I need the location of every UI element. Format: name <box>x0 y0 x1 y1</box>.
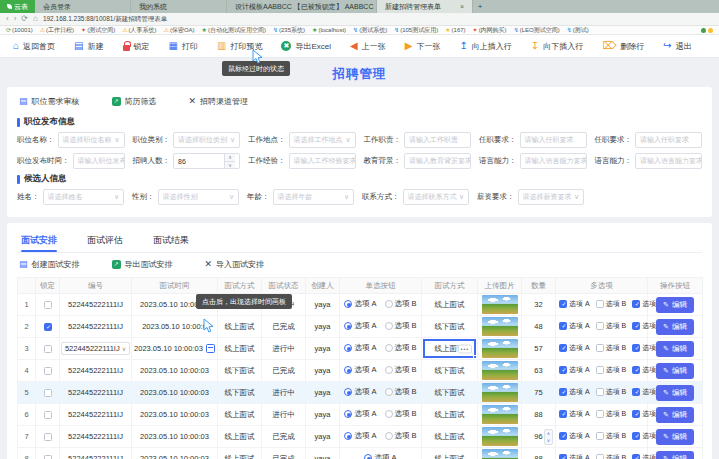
toolbar-next-record-button[interactable]: ▶下一张 <box>405 41 441 52</box>
chevron-down-icon[interactable]: ∨ <box>345 136 350 144</box>
radio-option-b[interactable]: 选项 B <box>385 409 417 419</box>
mode2-cell[interactable]: 线上面试 <box>422 294 478 316</box>
toolbar-prev-record-button[interactable]: ◀上一张 <box>350 41 386 52</box>
number-stepper[interactable]: ∧∨ <box>224 154 235 168</box>
checkbox-icon[interactable] <box>596 344 604 352</box>
chevron-down-icon[interactable]: ∨ <box>122 345 126 352</box>
edit-button[interactable]: ✎编辑 <box>656 385 694 401</box>
date-input[interactable]: 请输入职位发布时间▦ <box>73 153 125 169</box>
select-input[interactable]: 请输入教育背景要求∨ <box>404 153 471 169</box>
select-input[interactable]: 请选择薪资要求∨ <box>518 189 585 205</box>
channel-manage-button[interactable]: ✕招聘渠道管理 <box>189 96 249 107</box>
mode2-cell[interactable]: 线上面试 <box>422 448 478 459</box>
edit-button[interactable]: ✎编辑 <box>656 297 694 313</box>
mode2-cell[interactable]: 线上面试 <box>422 426 478 448</box>
uploaded-image[interactable] <box>482 405 518 424</box>
radio-option-a[interactable]: 选项 A <box>344 431 376 441</box>
export-interview-button[interactable]: ↗导出面试安排 <box>112 259 173 270</box>
checkbox-icon[interactable] <box>559 388 567 396</box>
select-input[interactable]: 请选择工作地点∨ <box>289 132 356 148</box>
new-tab-button[interactable]: + <box>473 0 487 13</box>
more-options-button[interactable]: ••• <box>458 344 472 353</box>
checkbox-option[interactable]: 选项 A <box>559 431 590 441</box>
lock-checkbox[interactable] <box>44 323 52 331</box>
toolbar-delete-row-button[interactable]: ⌦删除行 <box>602 41 644 52</box>
checkbox-icon[interactable] <box>596 388 604 396</box>
select-input[interactable]: 请选择年龄∨ <box>273 189 355 205</box>
checkbox-icon[interactable] <box>559 454 567 459</box>
time-cell[interactable]: 2023.05.10 10:00:03 <box>132 404 218 426</box>
step-down-icon[interactable]: ∨ <box>545 437 552 444</box>
input-input[interactable]: 请输入任职要求 <box>635 132 702 148</box>
select-input[interactable]: 请选择姓名∨ <box>43 189 125 205</box>
select-input[interactable]: 请选择职位名称∨ <box>58 132 125 148</box>
qty-cell[interactable]: 32 <box>522 294 556 316</box>
checkbox-icon[interactable] <box>632 410 640 418</box>
checkbox-icon[interactable] <box>559 432 567 440</box>
input-input[interactable]: 请输入工作职责 <box>404 132 471 148</box>
browser-tab-3[interactable]: 新建招聘管理表单× <box>377 0 473 13</box>
step-up-icon[interactable]: ∧ <box>545 430 552 437</box>
checkbox-option[interactable]: 选项 A <box>559 343 590 353</box>
bookmark-item[interactable]: ★(自动化测试应用空间) <box>202 26 266 35</box>
input-input[interactable]: 请输入语言能力要求 <box>635 153 702 169</box>
mode2-cell[interactable]: 线上面试••• <box>422 338 478 360</box>
forward-icon[interactable]: › <box>14 15 17 23</box>
tab-面试结果[interactable]: 面试结果 <box>151 230 191 252</box>
lock-checkbox[interactable] <box>44 455 52 459</box>
checkbox-option[interactable]: 选项 B <box>596 453 627 459</box>
tab-面试安排[interactable]: 面试安排 <box>19 230 59 252</box>
radio-option-a[interactable]: 选项 A <box>344 343 376 353</box>
bookmark-item[interactable]: ✦(内网购买) <box>473 26 507 35</box>
bookmark-item[interactable]: ↯(105测试应用) <box>394 26 438 35</box>
checkbox-icon[interactable] <box>559 322 567 330</box>
checkbox-option[interactable]: 选项 A <box>559 365 590 375</box>
radio-option-b[interactable]: 选项 B <box>385 343 417 353</box>
qty-cell[interactable]: 96∧∨ <box>522 426 556 448</box>
browser-tab-2[interactable]: 设计模板AABBCC 【已被预锁定】 AABBCC <box>227 0 377 13</box>
radio-option-b[interactable]: 选项 B <box>385 365 417 375</box>
select-input[interactable]: 请选择性别∨ <box>158 189 240 205</box>
radio-option-a[interactable]: 选项 A <box>364 453 396 459</box>
toolbar-new-button[interactable]: ▤新建 <box>74 41 103 52</box>
radio-option-b[interactable]: 选项 B <box>385 321 417 331</box>
import-interview-button[interactable]: ✕导入面试安排 <box>205 259 265 270</box>
back-icon[interactable]: ‹ <box>6 15 9 23</box>
checkbox-icon[interactable] <box>559 366 567 374</box>
step-up-icon[interactable]: ∧ <box>225 154 235 162</box>
bookmark-item[interactable]: ★(167) <box>445 27 465 33</box>
toolbar-exit-button[interactable]: ↪退出 <box>663 41 691 52</box>
lock-checkbox[interactable] <box>44 367 52 375</box>
tab-close-icon[interactable]: × <box>460 3 464 10</box>
time-cell[interactable]: 2023.05.10 10:00:03 <box>132 360 218 382</box>
chevron-down-icon[interactable]: ∨ <box>344 193 349 201</box>
uploaded-image[interactable] <box>482 449 518 459</box>
bookmark-item[interactable]: ↯(LEO测试空间) <box>514 26 560 35</box>
lock-checkbox[interactable] <box>44 301 52 309</box>
checkbox-icon[interactable] <box>559 410 567 418</box>
edit-button[interactable]: ✎编辑 <box>656 429 694 445</box>
mode2-cell[interactable]: 线下面试 <box>422 316 478 338</box>
input-input[interactable]: 请输入工作经验要求 <box>289 153 356 169</box>
bookmark-item[interactable]: ↯(测试) <box>567 26 589 35</box>
chevron-down-icon[interactable]: ∨ <box>229 193 234 201</box>
checkbox-icon[interactable] <box>596 322 604 330</box>
checkbox-option[interactable]: 选项 B <box>596 409 627 419</box>
radio-option-a[interactable]: 选项 A <box>344 321 376 331</box>
checkbox-icon[interactable] <box>632 366 640 374</box>
mode2-cell[interactable]: 线下面试 <box>422 382 478 404</box>
bookmark-item[interactable]: ↯(测试系统) <box>353 26 387 35</box>
qty-cell[interactable]: 75 <box>522 382 556 404</box>
checkbox-option[interactable]: 选项 B <box>596 321 627 331</box>
checkbox-option[interactable]: 选项 A <box>559 321 590 331</box>
url-text[interactable]: 192.168.1.235:88/10081/新建招聘管理表单 <box>43 15 167 24</box>
job-demand-audit-button[interactable]: ▤职位需求审核 <box>19 96 80 107</box>
bookmark-item[interactable]: ⚠(保密OA) <box>164 26 195 35</box>
chevron-down-icon[interactable]: ∨ <box>574 193 579 201</box>
checkbox-icon[interactable] <box>559 300 567 308</box>
qty-stepper[interactable]: ∧∨ <box>544 429 553 445</box>
checkbox-option[interactable]: 选项 A <box>559 409 590 419</box>
qty-cell[interactable]: 88 <box>522 448 556 459</box>
radio-option-a[interactable]: 选项 A <box>344 299 376 309</box>
mode2-cell[interactable]: 线下面试 <box>422 360 478 382</box>
